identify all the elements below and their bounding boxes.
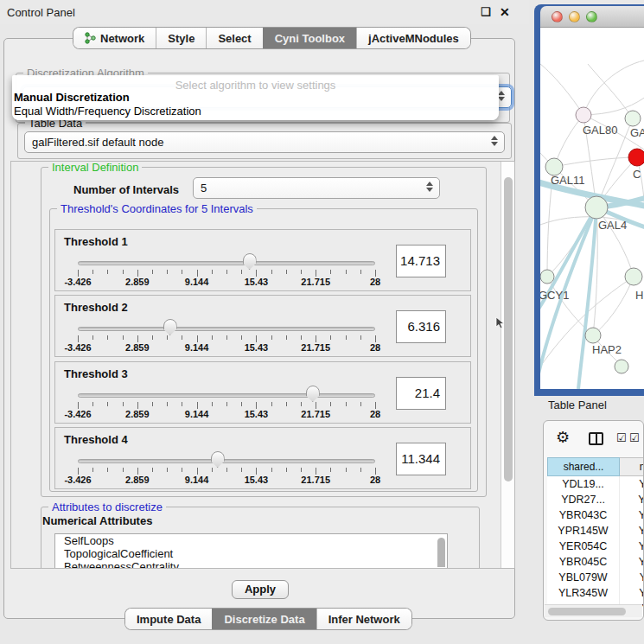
threshold-value-field[interactable]: 6.316 <box>396 310 446 343</box>
network-edge[interactable] <box>540 64 583 115</box>
major-tick <box>137 270 138 277</box>
minor-tick <box>286 335 287 340</box>
minimize-traffic-light[interactable] <box>569 11 580 22</box>
tab-discretize-data[interactable]: Discretize Data <box>212 609 316 629</box>
threshold-panel-4: Threshold 4-3.4262.8599.14415.4321.71528… <box>54 427 471 489</box>
threshold-value-field[interactable]: 14.713 <box>396 245 446 277</box>
tab-label: Cyni Toolbox <box>275 32 345 45</box>
checkbox-icon[interactable]: ☑ <box>629 431 640 444</box>
slider-track[interactable] <box>78 261 375 265</box>
network-node-ga[interactable] <box>625 111 641 126</box>
table-row[interactable]: YBR045CYBR0 <box>547 554 644 570</box>
settings-vertical-scrollbar[interactable] <box>501 162 514 568</box>
table-row[interactable]: YPR145WYPR1 <box>547 523 644 539</box>
threshold-value-field[interactable]: 21.4 <box>396 377 446 410</box>
network-edge[interactable] <box>593 277 634 335</box>
tick-label: 15.43 <box>245 277 269 287</box>
slider-thumb[interactable] <box>163 319 177 335</box>
table-row[interactable]: YER054CYER0 <box>547 539 644 554</box>
tab-label: Select <box>218 32 251 45</box>
attributes-list-scrollbar[interactable] <box>437 538 445 567</box>
minor-tick <box>241 468 242 472</box>
threshold-value-field[interactable]: 11.344 <box>396 443 446 475</box>
slider-thumb[interactable] <box>243 253 257 270</box>
tab-network[interactable]: Network <box>73 28 156 48</box>
dropdown-item-equal-width-frequency[interactable]: Equal Width/Frequency Discretization <box>14 105 201 118</box>
minor-tick <box>92 335 93 340</box>
table-row[interactable]: YBL079WYBL0 <box>547 570 644 585</box>
column-header-name[interactable]: na <box>620 457 644 476</box>
table-row[interactable]: YDL19...YDL1 <box>547 476 644 492</box>
slider-track[interactable] <box>78 327 375 331</box>
network-edge[interactable] <box>554 157 637 167</box>
table-row[interactable]: YDR27...YDR2 <box>547 492 644 507</box>
slider-track[interactable] <box>78 393 375 398</box>
major-tick <box>78 335 79 342</box>
network-edge[interactable] <box>637 157 644 220</box>
tab-infer-network[interactable]: Infer Network <box>316 609 411 629</box>
column-header-shared[interactable]: shared... <box>547 457 620 476</box>
zoom-traffic-light[interactable] <box>586 11 597 22</box>
split-columns-icon[interactable] <box>589 432 603 445</box>
attribute-item-betweennesscentrality[interactable]: BetweennessCentrality <box>55 560 447 569</box>
table-data-combo[interactable]: galFiltered.sif default node <box>24 131 505 153</box>
apply-button[interactable]: Apply <box>232 580 289 599</box>
gear-icon[interactable]: ⚙ <box>556 428 570 447</box>
float-window-icon[interactable]: ❑ <box>481 5 491 18</box>
network-node-h[interactable] <box>625 268 642 285</box>
major-tick <box>197 402 198 409</box>
tick-label: 9.144 <box>185 475 209 485</box>
table-row[interactable]: YBR043CYBR0 <box>547 507 644 523</box>
major-tick <box>375 402 376 409</box>
scrollbar-thumb[interactable] <box>504 177 513 481</box>
network-edge[interactable] <box>588 64 633 118</box>
tab-select[interactable]: Select <box>206 28 262 48</box>
minor-tick <box>123 468 124 472</box>
tick-label: -3.426 <box>64 475 91 485</box>
minor-tick <box>167 402 168 406</box>
network-edge[interactable] <box>583 61 644 115</box>
network-node-gal4[interactable] <box>585 196 608 219</box>
network-node-hap2[interactable] <box>585 328 601 343</box>
table-row[interactable]: YLR345WYLR3 <box>547 585 644 601</box>
tab-style[interactable]: Style <box>156 28 206 48</box>
minor-tick <box>346 468 347 472</box>
minor-tick <box>152 335 153 340</box>
numerical-attributes-list[interactable]: SelfLoopsTopologicalCoefficientBetweenne… <box>54 533 448 569</box>
table-horizontal-scrollbar[interactable] <box>545 604 642 617</box>
minor-tick <box>92 402 93 406</box>
slider-thumb[interactable] <box>211 451 225 468</box>
minor-tick <box>301 270 302 274</box>
dropdown-item-manual-discretization[interactable]: Manual Discretization <box>14 91 130 104</box>
network-graph: GAL80GACGAL11GAL4GCY1HHAP2 <box>540 28 644 389</box>
minor-tick <box>152 270 153 274</box>
tab-jactivemnodules[interactable]: jActiveMNodules <box>356 28 470 48</box>
network-node-gcy1[interactable] <box>540 270 554 284</box>
network-node-gal80[interactable] <box>576 107 591 123</box>
attribute-item-selfloops[interactable]: SelfLoops <box>55 534 447 547</box>
tab-impute-data[interactable]: Impute Data <box>125 609 212 629</box>
combo-stepper-icon <box>426 182 433 192</box>
network-window-titlebar[interactable] <box>540 6 644 28</box>
close-traffic-light[interactable] <box>552 11 563 22</box>
network-node-gal11[interactable] <box>545 158 563 175</box>
attribute-item-topologicalcoefficient[interactable]: TopologicalCoefficient <box>55 547 447 560</box>
minor-tick <box>330 402 331 406</box>
network-view-window[interactable]: GAL80GACGAL11GAL4GCY1HHAP2 <box>534 4 644 396</box>
tab-cyni-toolbox[interactable]: Cyni Toolbox <box>263 28 356 48</box>
network-node-c[interactable] <box>628 149 644 166</box>
network-canvas[interactable]: GAL80GACGAL11GAL4GCY1HHAP2 <box>540 28 644 389</box>
major-tick <box>256 468 257 475</box>
network-node[interactable] <box>615 360 628 373</box>
node-label: GAL80 <box>583 124 617 137</box>
checkbox-icon[interactable]: ☑ <box>616 431 627 444</box>
slider-track[interactable] <box>78 459 375 463</box>
network-edge[interactable] <box>596 207 634 277</box>
minor-tick <box>226 335 227 340</box>
slider-thumb[interactable] <box>306 386 320 402</box>
minor-tick <box>167 468 168 472</box>
close-panel-icon[interactable]: ✕ <box>500 5 510 19</box>
number-of-intervals-combo[interactable]: 5 <box>193 177 440 199</box>
scrollbar-thumb[interactable] <box>548 608 626 615</box>
interval-definition-label: Interval Definition <box>48 161 142 174</box>
